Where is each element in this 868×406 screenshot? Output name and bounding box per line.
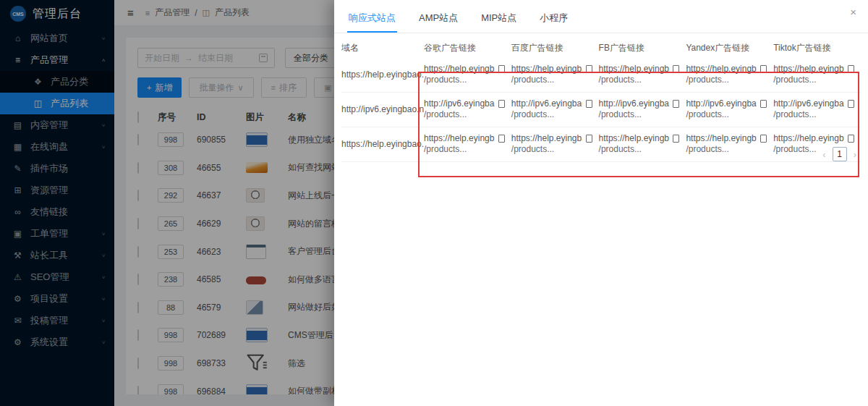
drawer-tabs: 响应式站点AMP站点MIP站点小程序: [334, 0, 868, 33]
tab-响应式站点[interactable]: 响应式站点: [347, 6, 397, 33]
copy-icon[interactable]: [586, 100, 592, 108]
tab-MIP站点[interactable]: MIP站点: [480, 6, 518, 33]
ad-link-url[interactable]: https://help.eyingbao.net: [773, 133, 844, 144]
ad-link-cell: https://help.eyingbao.net/products...: [511, 133, 599, 155]
ad-link-url[interactable]: https://help.eyingbao.net: [511, 133, 582, 144]
ad-link-cell: http://ipv6.eyingbao.net/products...: [773, 98, 861, 120]
drawer-column-header: 谷歌广告链接: [424, 43, 511, 54]
ad-link-path: /products...: [424, 75, 467, 85]
ad-link-url[interactable]: http://ipv6.eyingbao.net: [424, 98, 495, 109]
ad-link-path: /products...: [511, 109, 554, 119]
ad-link-url[interactable]: http://ipv6.eyingbao.net: [511, 98, 582, 109]
copy-icon[interactable]: [673, 65, 679, 73]
ad-link-cell: http://ipv6.eyingbao.net/products...: [424, 98, 511, 120]
ad-link-cell: http://ipv6.eyingbao.net/products...: [599, 98, 686, 120]
ad-link-path: /products...: [424, 109, 467, 119]
tab-小程序[interactable]: 小程序: [538, 6, 569, 33]
ad-link-cell: https://help.eyingbao.com/products...: [424, 64, 511, 85]
links-drawer: × 响应式站点AMP站点MIP站点小程序 域名谷歌广告链接百度广告链接FB广告链…: [334, 0, 868, 406]
ad-link-cell: https://help.eyingbao.net/products...: [424, 133, 511, 155]
copy-icon[interactable]: [848, 65, 854, 73]
ad-link-cell: https://help.eyingbao.com/products...: [511, 64, 599, 85]
page-number[interactable]: 1: [833, 147, 847, 161]
ad-link-path: /products...: [424, 144, 467, 154]
ad-link-cell: https://help.eyingbao.net/products...: [599, 133, 686, 155]
copy-icon[interactable]: [586, 65, 592, 73]
ad-link-url[interactable]: https://help.eyingbao.net: [686, 133, 757, 144]
ad-link-path: /products...: [773, 75, 816, 85]
ad-link-path: /products...: [686, 144, 728, 154]
ad-link-url[interactable]: https://help.eyingbao.com: [511, 64, 582, 75]
ad-link-path: /products...: [599, 109, 642, 119]
ad-link-path: /products...: [773, 109, 816, 119]
ad-link-url[interactable]: http://ipv6.eyingbao.net: [686, 98, 757, 109]
copy-icon[interactable]: [760, 135, 767, 143]
ad-link-path: /products...: [686, 109, 728, 119]
drawer-column-header: FB广告链接: [599, 43, 686, 54]
copy-icon[interactable]: [673, 100, 679, 108]
copy-icon[interactable]: [760, 65, 767, 73]
ad-link-url[interactable]: https://help.eyingbao.com: [773, 64, 844, 75]
prev-page-icon[interactable]: ‹: [822, 149, 825, 160]
copy-icon[interactable]: [673, 135, 679, 143]
ad-link-cell: https://help.eyingbao.com/products...: [773, 64, 861, 85]
drawer-row: https://help.eyingbao.nethttps://help.ey…: [341, 127, 861, 162]
ad-link-url[interactable]: https://help.eyingbao.com: [599, 64, 670, 75]
copy-icon[interactable]: [498, 135, 505, 143]
ad-link-path: /products...: [511, 75, 554, 85]
ad-link-cell: https://help.eyingbao.net/products...: [686, 133, 773, 155]
ad-link-url[interactable]: https://help.eyingbao.net: [599, 133, 670, 144]
ad-link-path: /products...: [773, 144, 816, 154]
copy-icon[interactable]: [848, 135, 854, 143]
ad-link-path: /products...: [686, 75, 728, 85]
close-icon[interactable]: ×: [850, 7, 856, 17]
ad-link-url[interactable]: https://help.eyingbao.com: [686, 64, 757, 75]
ad-link-cell: https://help.eyingbao.com/products...: [599, 64, 686, 85]
ad-link-path: /products...: [511, 144, 554, 154]
domain-cell: http://ipv6.eyingbao.net: [341, 98, 424, 120]
drawer-column-header: 百度广告链接: [511, 43, 599, 54]
drawer-row: http://ipv6.eyingbao.nethttp://ipv6.eyin…: [341, 93, 861, 127]
copy-icon[interactable]: [848, 100, 854, 108]
domain-cell: https://help.eyingbao.net: [341, 133, 424, 155]
ad-link-cell: http://ipv6.eyingbao.net/products...: [686, 98, 773, 120]
ad-link-url[interactable]: http://ipv6.eyingbao.net: [773, 98, 844, 109]
drawer-table-body: https://help.eyingbao.comhttps://help.ey…: [341, 58, 861, 162]
ad-link-cell: https://help.eyingbao.com/products...: [686, 64, 773, 85]
drawer-table-header: 域名谷歌广告链接百度广告链接FB广告链接Yandex广告链接Tiktok广告链接: [341, 38, 861, 58]
copy-icon[interactable]: [586, 135, 592, 143]
app-root: CMS 管理后台 ⌂网站首页∨≡产品管理∧❖产品分类◫产品列表▤内容管理∨▦在线…: [0, 0, 868, 406]
copy-icon[interactable]: [760, 100, 767, 108]
drawer-column-header: 域名: [341, 42, 424, 54]
tab-AMP站点[interactable]: AMP站点: [417, 6, 459, 33]
drawer-mask[interactable]: [0, 0, 334, 406]
copy-icon[interactable]: [498, 65, 505, 73]
drawer-table: 域名谷歌广告链接百度广告链接FB广告链接Yandex广告链接Tiktok广告链接…: [334, 33, 868, 162]
drawer-row: https://help.eyingbao.comhttps://help.ey…: [341, 58, 861, 93]
ad-link-cell: http://ipv6.eyingbao.net/products...: [511, 98, 599, 120]
ad-link-path: /products...: [599, 75, 642, 85]
drawer-column-header: Yandex广告链接: [686, 43, 773, 54]
pagination: ‹ 1 ›: [822, 147, 856, 161]
drawer-column-header: Tiktok广告链接: [773, 43, 861, 54]
ad-link-url[interactable]: http://ipv6.eyingbao.net: [599, 98, 670, 109]
copy-icon[interactable]: [498, 100, 505, 108]
domain-cell: https://help.eyingbao.com: [341, 64, 424, 85]
ad-link-url[interactable]: https://help.eyingbao.com: [424, 64, 495, 75]
next-page-icon[interactable]: ›: [854, 149, 856, 160]
ad-link-path: /products...: [599, 144, 642, 154]
ad-link-url[interactable]: https://help.eyingbao.net: [424, 133, 495, 144]
